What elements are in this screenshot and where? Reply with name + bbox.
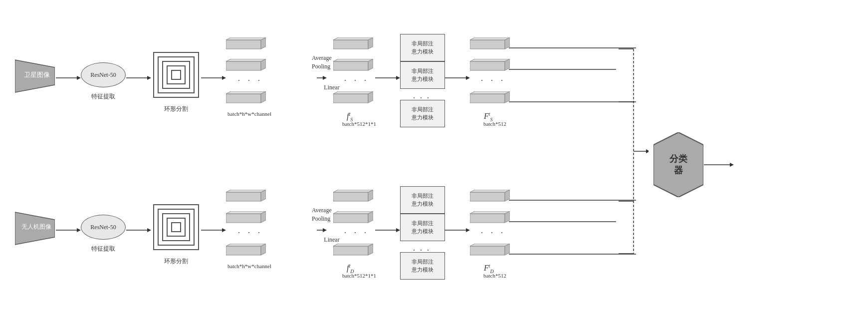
linear-top-label: Linear [312,84,352,91]
dots-top-fs: . . . [344,74,369,83]
svg-marker-31 [333,91,373,94]
attention-top-2: 非局部注 意力模块 [400,61,445,89]
svg-rect-84 [470,192,505,201]
svg-marker-4 [147,76,151,80]
svg-rect-74 [333,214,368,223]
uav-label: 无人机图像 [18,223,51,231]
svg-marker-14 [226,37,266,40]
batch-label-top-1: batch*h*w*channel [219,111,279,117]
svg-rect-42 [470,94,505,103]
svg-rect-56 [167,218,185,236]
resnet-top: ResNet-50 [81,62,126,87]
svg-rect-63 [226,214,261,223]
arrow-sat-resnet [56,74,81,82]
feature-extract-bottom: 特征提取 [76,245,131,253]
svg-rect-71 [333,192,368,201]
svg-rect-36 [470,40,505,49]
svg-rect-66 [226,246,261,255]
arrow-avgpool-top [317,74,327,82]
feat-block-FS-top-2 [470,59,510,73]
line-fd-clf-bot-2 [509,218,619,226]
feat-block-fs-top-2 [333,59,373,73]
resnet-bottom-label: ResNet-50 [90,224,116,231]
svg-marker-20 [226,91,266,94]
linear-bot-label: Linear [312,236,352,244]
svg-marker-102 [646,149,649,153]
feat-block-fs-top-3 [333,91,373,105]
svg-marker-38 [470,37,510,40]
arrow-avgpool-bot [317,226,327,234]
resnet-bottom: ResNet-50 [81,215,126,240]
feature-extract-top: 特征提取 [76,92,131,101]
uav-image-shape: 无人机图像 [15,210,55,245]
feat-block-fd-bot-3 [333,244,373,258]
svg-marker-83 [466,228,470,232]
svg-rect-12 [226,40,261,49]
svg-marker-62 [226,190,266,192]
svg-marker-86 [470,190,510,192]
feat-block-top-3 [226,91,266,105]
svg-marker-70 [323,228,327,232]
svg-marker-59 [222,228,226,232]
bracket-lines [619,44,649,259]
svg-marker-105 [730,163,734,167]
ring-split-bottom: 环形分割 [149,257,204,266]
svg-rect-8 [167,66,185,84]
batch-label-top-3: batch*512 [470,121,520,127]
svg-rect-9 [172,70,181,79]
svg-marker-41 [470,59,510,61]
svg-rect-54 [158,209,194,245]
classifier: 分类 器 [653,132,703,197]
feat-block-FS-top-1 [470,37,510,51]
arrow-fd-att-bot [375,226,400,234]
dots-top-feat: . . . [238,74,263,83]
svg-rect-53 [154,205,199,250]
feat-block-FD-bot-1 [470,190,510,204]
resnet-top-label: ResNet-50 [90,71,116,79]
svg-marker-2 [77,76,81,80]
satellite-image-shape: 卫星图像 [15,57,55,92]
arrow-conc-feat-top [201,74,226,82]
arrow-fs-att-top [375,74,400,82]
svg-marker-89 [470,211,510,214]
attention-top-3: 非局部注 意力模块 [400,100,445,127]
svg-marker-35 [466,76,470,80]
concentric-top [151,50,201,100]
batch-label-bot-3: batch*512 [470,273,520,279]
svg-marker-65 [226,211,266,214]
svg-rect-57 [172,223,181,232]
feat-block-fd-bot-2 [333,211,373,225]
feat-block-fd-bot-1 [333,190,373,204]
dots-bot-feat: . . . [238,226,263,235]
feat-block-top-2 [226,59,266,73]
svg-marker-79 [333,244,373,246]
arrow-att-fd-bot [445,226,470,234]
batch-label-top-2: batch*512*1*1 [329,121,389,127]
svg-rect-5 [154,52,199,97]
feat-block-FD-bot-3 [470,244,510,258]
svg-rect-6 [158,57,194,93]
svg-marker-25 [333,37,373,40]
svg-marker-11 [222,76,226,80]
arrow-resnet-conc-bot [126,226,151,234]
main-diagram: 卫星图像 ResNet-50 特征提取 环形分割 [0,0,868,330]
attention-top-1: 非局部注 意力模块 [400,34,445,61]
dots-top-FS: . . . [481,74,506,83]
svg-marker-33 [396,76,400,80]
feat-block-fs-top-1 [333,37,373,51]
svg-rect-26 [333,61,368,70]
feat-block-bot-1 [226,190,266,204]
feat-block-FS-top-3 [470,91,510,105]
batch-label-bot-2: batch*512*1*1 [329,273,389,279]
dots-top-att: . . . [413,91,431,100]
svg-rect-39 [470,61,505,70]
dots-bot-att: . . . [413,244,431,253]
svg-marker-22 [323,76,327,80]
attention-bot-2: 非局部注 意力模块 [400,214,445,241]
svg-marker-17 [226,59,266,61]
arrow-conc-feat-bot [201,226,226,234]
svg-rect-60 [226,192,261,201]
feat-block-bot-3 [226,244,266,258]
svg-marker-52 [147,228,151,232]
satellite-label: 卫星图像 [20,71,50,79]
